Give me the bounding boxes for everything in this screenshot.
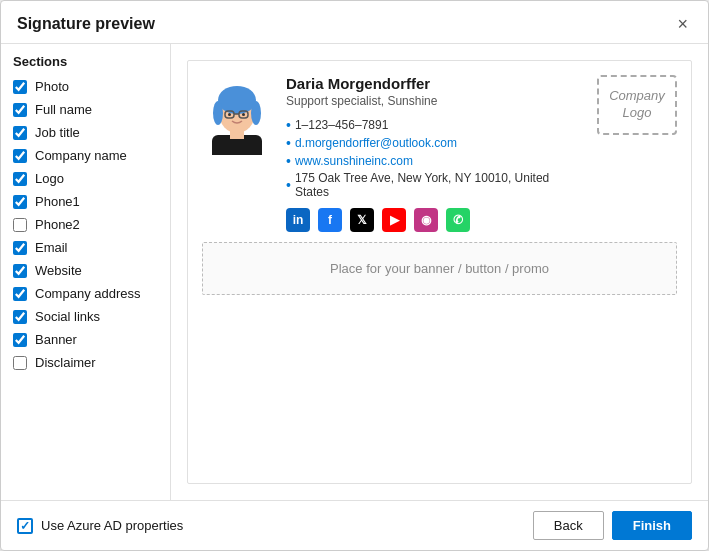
label-company-address: Company address [35,286,141,301]
banner-box: Place for your banner / button / promo [202,242,677,295]
sidebar-item-phone1[interactable]: Phone1 [13,190,166,213]
signature-name: Daria Morgendorffer [286,75,583,92]
close-button[interactable]: × [673,13,692,35]
sections-scroll: PhotoFull nameJob titleCompany nameLogoP… [1,75,170,492]
azure-check-row: ✓ Use Azure AD properties [17,518,183,534]
company-logo-text: CompanyLogo [609,88,665,122]
sidebar-item-logo[interactable]: Logo [13,167,166,190]
label-phone2: Phone2 [35,217,80,232]
signature-job-title: Support specialist, Sunshine [286,94,583,108]
svg-point-5 [251,101,261,125]
checkbox-photo[interactable] [13,80,27,94]
address-detail: 175 Oak Tree Ave, New York, NY 10010, Un… [286,170,583,200]
whatsapp-icon[interactable]: ✆ [446,208,470,232]
main-content: Daria Morgendorffer Support specialist, … [171,44,708,500]
label-social-links: Social links [35,309,100,324]
sidebar-item-job-title[interactable]: Job title [13,121,166,144]
phone-detail: 1–123–456–7891 [286,116,583,134]
modal-header: Signature preview × [1,1,708,44]
instagram-icon[interactable]: ◉ [414,208,438,232]
checkbox-company-address[interactable] [13,287,27,301]
sidebar-item-email[interactable]: Email [13,236,166,259]
sidebar-item-website[interactable]: Website [13,259,166,282]
checkbox-phone1[interactable] [13,195,27,209]
sidebar-item-disclaimer[interactable]: Disclaimer [13,351,166,374]
label-company-name: Company name [35,148,127,163]
checkbox-logo[interactable] [13,172,27,186]
checkbox-banner[interactable] [13,333,27,347]
checkbox-social-links[interactable] [13,310,27,324]
checkbox-disclaimer[interactable] [13,356,27,370]
checkmark-icon: ✓ [20,520,30,532]
label-website: Website [35,263,82,278]
email-detail: d.morgendorffer@outlook.com [286,134,583,152]
label-phone1: Phone1 [35,194,80,209]
facebook-icon[interactable]: f [318,208,342,232]
social-icons-row: inf𝕏▶◉✆ [286,208,583,232]
sidebar-item-full-name[interactable]: Full name [13,98,166,121]
sections-label: Sections [1,52,170,75]
sidebar-item-social-links[interactable]: Social links [13,305,166,328]
label-banner: Banner [35,332,77,347]
website-link[interactable]: www.sunshineinc.com [295,154,413,168]
svg-point-10 [242,113,245,116]
svg-point-4 [213,101,223,125]
signature-top: Daria Morgendorffer Support specialist, … [202,75,677,232]
company-logo-box: CompanyLogo [597,75,677,135]
label-job-title: Job title [35,125,80,140]
finish-button[interactable]: Finish [612,511,692,540]
svg-point-9 [228,113,231,116]
signature-info: Daria Morgendorffer Support specialist, … [286,75,583,232]
sidebar-item-photo[interactable]: Photo [13,75,166,98]
label-disclaimer: Disclaimer [35,355,96,370]
checkbox-phone2[interactable] [13,218,27,232]
sidebar-item-company-name[interactable]: Company name [13,144,166,167]
checkbox-company-name[interactable] [13,149,27,163]
signature-details: 1–123–456–7891 d.morgendorffer@outlook.c… [286,116,583,200]
sidebar-item-company-address[interactable]: Company address [13,282,166,305]
checkbox-job-title[interactable] [13,126,27,140]
label-logo: Logo [35,171,64,186]
sidebar: Sections PhotoFull nameJob titleCompany … [1,44,171,500]
email-link[interactable]: d.morgendorffer@outlook.com [295,136,457,150]
signature-card: Daria Morgendorffer Support specialist, … [187,60,692,484]
checkbox-website[interactable] [13,264,27,278]
footer-buttons: Back Finish [533,511,692,540]
azure-label: Use Azure AD properties [41,518,183,533]
svg-point-3 [218,86,256,114]
youtube-icon[interactable]: ▶ [382,208,406,232]
label-email: Email [35,240,68,255]
checkbox-full-name[interactable] [13,103,27,117]
banner-text: Place for your banner / button / promo [330,261,549,276]
website-detail: www.sunshineinc.com [286,152,583,170]
checkbox-email[interactable] [13,241,27,255]
avatar [202,75,272,155]
modal-title: Signature preview [17,15,155,33]
sidebar-item-phone2[interactable]: Phone2 [13,213,166,236]
sidebar-item-banner[interactable]: Banner [13,328,166,351]
signature-preview-modal: Signature preview × Sections PhotoFull n… [0,0,709,551]
azure-checkbox[interactable]: ✓ [17,518,33,534]
modal-footer: ✓ Use Azure AD properties Back Finish [1,500,708,550]
label-full-name: Full name [35,102,92,117]
back-button[interactable]: Back [533,511,604,540]
label-photo: Photo [35,79,69,94]
linkedin-icon[interactable]: in [286,208,310,232]
twitter-icon[interactable]: 𝕏 [350,208,374,232]
modal-body: Sections PhotoFull nameJob titleCompany … [1,44,708,500]
